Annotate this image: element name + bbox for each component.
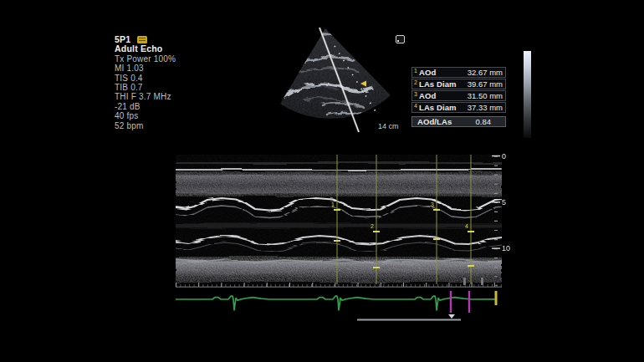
- caliper-index: 4: [414, 103, 419, 109]
- measurement-value: 39.67 mm: [468, 79, 503, 89]
- mmode-trace-area: 1 2 3 4: [176, 155, 502, 293]
- param-thi: THI F 3.7 MHz: [115, 92, 176, 101]
- measurement-label: LAs Diam: [419, 103, 468, 112]
- param-tis: TIS 0.4: [115, 74, 176, 83]
- grayscale-bar: [524, 51, 531, 138]
- ratio-label: AOd/LAs: [414, 117, 476, 126]
- param-tib: TIB 0.7: [115, 83, 176, 92]
- depth-scale-label: 14 cm: [378, 122, 399, 130]
- depth-tick-0: 0: [502, 152, 506, 161]
- param-bpm: 52 bpm: [115, 121, 176, 130]
- caliper-number-2: 2: [371, 223, 374, 229]
- measurement-row[interactable]: 2 LAs Diam 39.67 mm: [411, 79, 506, 89]
- measurement-row[interactable]: 1 AOd 32.67 mm: [411, 67, 506, 78]
- depth-tick-5: 5: [502, 198, 506, 206]
- param-fps: 40 fps: [115, 111, 176, 120]
- caliper-index: 3: [414, 91, 419, 97]
- ultrasound-screen: 5P1 Adult Echo Tx Power 100% MI 1.03 TIS…: [0, 0, 644, 362]
- depth-tick-10: 10: [502, 244, 510, 252]
- caliper-number-4: 4: [465, 223, 468, 229]
- measurement-row[interactable]: 4 LAs Diam 37.33 mm: [411, 102, 506, 113]
- measurement-label: AOd: [419, 68, 468, 77]
- ecg-trace: [176, 296, 496, 310]
- ratio-row[interactable]: AOd/LAs 0.84: [411, 116, 506, 127]
- caliper-index: 1: [414, 68, 419, 74]
- measurement-label: AOd: [419, 91, 468, 100]
- caliper-index: 2: [414, 79, 419, 85]
- sweep-progress: [357, 314, 461, 320]
- caliper-number-1: 1: [331, 201, 335, 207]
- sweep-pointer-icon[interactable]: [448, 314, 455, 319]
- param-gain: -21 dB: [115, 102, 176, 111]
- measurement-label: LAs Diam: [419, 79, 468, 89]
- measurement-value: 31.50 mm: [468, 91, 503, 100]
- measurement-row[interactable]: 3 AOd 31.50 mm: [411, 90, 506, 101]
- measurement-value: 32.67 mm: [468, 68, 503, 77]
- param-mi: MI 1.03: [115, 64, 176, 73]
- clipboard-icon[interactable]: [137, 36, 147, 43]
- image-store-icon[interactable]: [396, 35, 405, 43]
- caliper-number-3: 3: [431, 201, 434, 207]
- measurement-value: 37.33 mm: [468, 103, 503, 112]
- depth-major-ticks: [492, 156, 500, 249]
- ecg-strip: [176, 288, 502, 324]
- transducer-name: 5P1: [115, 34, 130, 44]
- depth-axis: 0 5 10: [489, 150, 518, 294]
- system-info-panel: 5P1 Adult Echo Tx Power 100% MI 1.03 TIS…: [115, 35, 176, 130]
- measurement-results-panel: 1 AOd 32.67 mm 2 LAs Diam 39.67 mm 3 AOd…: [411, 67, 506, 128]
- ratio-value: 0.84: [476, 117, 503, 126]
- exam-preset: Adult Echo: [115, 44, 176, 54]
- param-tx-power: Tx Power 100%: [115, 54, 176, 64]
- transducer-name-line: 5P1: [115, 35, 176, 44]
